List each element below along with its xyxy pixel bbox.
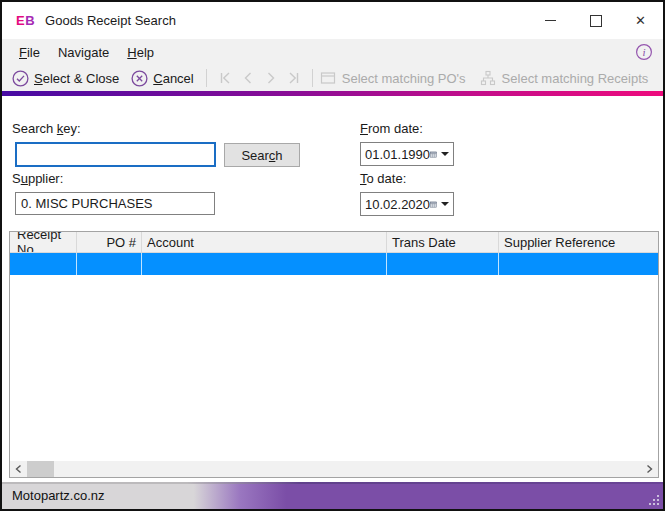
menu-navigate[interactable]: Navigate [49, 45, 118, 60]
close-icon: ✕ [635, 14, 646, 27]
column-header-trans-date[interactable]: Trans Date [387, 232, 499, 252]
cell-receipt-no [12, 253, 77, 275]
hierarchy-icon [480, 70, 496, 86]
search-button-label: Search [241, 148, 282, 163]
cell-account [142, 253, 387, 275]
grid-header-row: Receipt No PO # Account Trans Date Suppl… [10, 232, 658, 253]
column-header-supplier-reference[interactable]: Supplier Reference [499, 232, 658, 252]
resize-grip[interactable] [649, 495, 660, 506]
close-button[interactable]: ✕ [618, 2, 663, 39]
record-navigator [216, 69, 304, 87]
from-date-value: 01.01.1990 [365, 147, 430, 162]
cell-trans-date [387, 253, 499, 275]
menu-help[interactable]: Help [118, 45, 163, 60]
supplier-input[interactable] [15, 192, 215, 215]
results-grid: Receipt No PO # Account Trans Date Suppl… [9, 231, 659, 478]
info-button[interactable]: i [635, 43, 653, 61]
toolbar: Select & Close Cancel [2, 65, 663, 91]
window-controls: ✕ [528, 2, 663, 39]
column-header-account[interactable]: Account [142, 232, 387, 252]
to-date-picker[interactable]: 10.02.2020 [360, 192, 454, 216]
supplier-label: Supplier: [12, 171, 63, 186]
search-key-label: Search key: [12, 121, 81, 136]
maximize-button[interactable] [573, 2, 618, 39]
scroll-left-button[interactable] [10, 461, 27, 477]
cancel-label: Cancel [153, 71, 193, 86]
window-grid-icon [320, 70, 336, 86]
minimize-button[interactable] [528, 2, 573, 39]
select-and-close-label: Select & Close [34, 71, 119, 86]
from-date-picker[interactable]: 01.01.1990 [360, 142, 454, 166]
x-circle-icon [131, 70, 148, 87]
next-record-icon [263, 70, 279, 86]
scrollbar-thumb[interactable] [27, 461, 54, 477]
next-record-button[interactable] [262, 69, 281, 87]
select-matching-pos-label: Select matching PO's [342, 71, 466, 86]
column-header-receipt-no[interactable]: Receipt No [12, 232, 77, 252]
minimize-icon [545, 20, 556, 21]
from-date-label: From date: [360, 121, 423, 136]
horizontal-scrollbar[interactable] [10, 461, 658, 477]
calendar-icon [430, 198, 437, 211]
accent-gradient-bar [2, 91, 663, 96]
check-circle-icon [12, 70, 29, 87]
titlebar[interactable]: EB Goods Receipt Search ✕ [2, 2, 663, 39]
menu-file[interactable]: File [10, 45, 49, 60]
calendar-icon [430, 148, 437, 161]
statusbar-text: Motopartz.co.nz [12, 488, 105, 503]
last-record-button[interactable] [285, 69, 304, 87]
menubar: File Navigate Help i [2, 39, 663, 65]
to-date-value: 10.02.2020 [365, 197, 430, 212]
select-matching-receipts-button[interactable]: Select matching Receipts [480, 70, 649, 86]
previous-record-button[interactable] [239, 69, 258, 87]
cell-po-number [77, 253, 142, 275]
from-date-dropdown-icon[interactable] [441, 152, 449, 156]
info-icon: i [635, 43, 653, 61]
first-record-button[interactable] [216, 69, 235, 87]
search-key-input[interactable] [15, 142, 216, 167]
to-date-dropdown-icon[interactable] [441, 202, 449, 206]
chevron-left-icon [14, 464, 23, 474]
search-button[interactable]: Search [224, 143, 300, 167]
scroll-right-button[interactable] [641, 461, 658, 477]
svg-text:i: i [642, 46, 645, 58]
select-matching-receipts-label: Select matching Receipts [502, 71, 649, 86]
select-and-close-button[interactable]: Select & Close [12, 70, 119, 87]
select-matching-pos-button[interactable]: Select matching PO's [320, 70, 466, 86]
last-record-icon [286, 70, 302, 86]
cancel-button[interactable]: Cancel [131, 70, 193, 87]
app-logo: EB [16, 13, 35, 28]
toolbar-separator-2 [312, 69, 313, 87]
toolbar-separator [206, 69, 207, 87]
goods-receipt-search-window: EB Goods Receipt Search ✕ File Navigate … [0, 0, 665, 511]
window-title: Goods Receipt Search [45, 13, 176, 28]
to-date-label: To date: [360, 171, 406, 186]
selected-grid-row[interactable] [10, 253, 658, 275]
first-record-icon [217, 70, 233, 86]
maximize-icon [590, 15, 602, 27]
column-header-po-number[interactable]: PO # [77, 232, 142, 252]
previous-record-icon [240, 70, 256, 86]
cell-supplier-reference [499, 253, 658, 275]
statusbar: Motopartz.co.nz [2, 482, 663, 509]
chevron-right-icon [645, 464, 654, 474]
